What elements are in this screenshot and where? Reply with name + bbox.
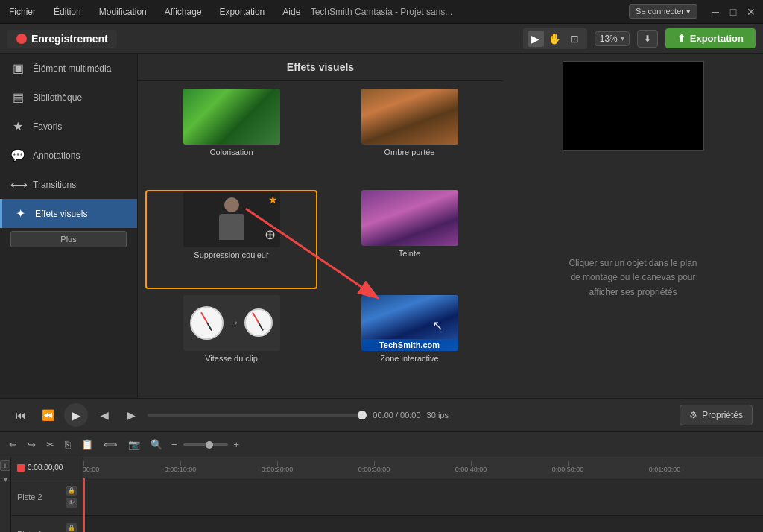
menu-edition[interactable]: Édition <box>51 5 84 19</box>
progress-thumb[interactable] <box>358 411 367 419</box>
effets-icon: ✦ <box>13 206 28 221</box>
bibliotheque-icon: ▤ <box>10 90 25 104</box>
copy-button[interactable]: ⎘ <box>62 437 74 452</box>
select-tool-icon[interactable]: ▶ <box>528 31 544 47</box>
step-back-button[interactable]: ⏪ <box>37 405 58 425</box>
effect-vitesse[interactable]: → Vitesse du clip <box>145 295 317 390</box>
close-button[interactable]: ✕ <box>745 6 757 18</box>
minimize-button[interactable]: ─ <box>709 6 721 18</box>
ruler-tick-3 <box>374 461 375 466</box>
menu-affichage[interactable]: Affichage <box>162 5 205 19</box>
zoom-minus-button[interactable]: − <box>168 437 180 452</box>
ruler-tick-2 <box>277 461 278 466</box>
effect-suppression[interactable]: ★ ⊕ Suppression couleur <box>145 190 317 288</box>
timeline-content: + ▾ 0:00:00;00 Piste 2 🔒 👁 Piste 1 <box>0 457 763 532</box>
effects-grid: Colorisation Ombre portée ★ ⊕ Supp <box>138 81 503 398</box>
zoom-dropdown-icon[interactable]: ▾ <box>621 34 624 42</box>
track-2-lock-icon[interactable]: 🔒 <box>66 486 77 496</box>
clock2-hour-hand <box>258 323 264 331</box>
move-tool-icon[interactable]: ✋ <box>547 31 563 47</box>
menu-fichier[interactable]: Fichier <box>6 5 39 19</box>
undo-button[interactable]: ↩ <box>6 437 20 452</box>
thumb-suppression: ★ ⊕ <box>183 191 280 247</box>
plus-button[interactable]: Plus <box>10 231 127 247</box>
clock-left-icon <box>190 306 224 340</box>
cut-button[interactable]: ✂ <box>43 437 57 452</box>
clock-hour-hand <box>206 323 212 331</box>
sidebar-item-bibliotheque[interactable]: ▤ Bibliothèque <box>0 83 137 112</box>
download-button[interactable]: ⬇ <box>637 30 658 48</box>
paste-button[interactable]: 📋 <box>78 437 96 452</box>
sidebar-item-multimedia[interactable]: ▣ Élément multimédia <box>0 54 137 83</box>
sidebar-item-effets[interactable]: ✦ Effets visuels <box>0 199 137 228</box>
preview-black <box>563 61 704 151</box>
person-head <box>224 197 239 212</box>
thumb-colorisation <box>183 89 280 145</box>
rewind-button[interactable]: ⏮ <box>10 405 31 425</box>
sidebar-item-transitions[interactable]: ⟷ Transitions <box>0 170 137 199</box>
ruler-mark-0: 0:00:00;00 <box>83 466 99 473</box>
zoom-search-icon: 🔍 <box>148 437 165 452</box>
properties-button[interactable]: ⚙ Propriétés <box>680 405 753 425</box>
sidebar-item-annotations[interactable]: 💬 Annotations <box>0 141 137 170</box>
track-row-1 <box>83 516 763 532</box>
favoris-icon: ★ <box>10 119 25 133</box>
arrow-right-icon: → <box>228 316 240 329</box>
sidebar-label-bibliotheque: Bibliothèque <box>33 92 82 103</box>
label-vitesse: Vitesse du clip <box>205 354 258 363</box>
toolbar: Enregistrement ▶ ✋ ⊡ 13% ▾ ⬇ ⬆ Exportati… <box>0 24 763 54</box>
menu-exportation[interactable]: Exportation <box>217 5 268 19</box>
playback-time: 00:00 / 00:00 <box>373 411 420 419</box>
menu-modification[interactable]: Modification <box>96 5 150 19</box>
tool-group-selection: ▶ ✋ ⊡ <box>523 28 587 49</box>
add-track-button[interactable]: + <box>0 460 10 471</box>
track-label-2-text: Piste 2 <box>17 493 42 501</box>
sidebar-item-favoris[interactable]: ★ Favoris <box>0 112 137 141</box>
app-title: TechSmith Camtasia - Projet sans... <box>311 7 453 17</box>
menu-aide[interactable]: Aide <box>279 5 303 19</box>
sidebar-label-effets: Effets visuels <box>35 209 87 219</box>
record-button[interactable]: Enregistrement <box>7 30 117 48</box>
properties-hint: Cliquer sur un objet dans le plan de mon… <box>503 158 763 398</box>
ruler-mark-3: 0:00:30;00 <box>358 466 390 473</box>
clock-minute-hand <box>200 312 208 323</box>
split-button[interactable]: ⟺ <box>101 437 121 452</box>
zoom-slider[interactable] <box>183 443 228 446</box>
connect-button[interactable]: Se connecter ▾ <box>629 4 697 19</box>
effect-colorisation[interactable]: Colorisation <box>145 89 317 184</box>
zoom-plus-button[interactable]: + <box>231 437 243 452</box>
thumb-zone: TechSmith.com ↖ <box>361 295 458 351</box>
annotations-icon: 💬 <box>10 148 25 162</box>
record-circle-icon <box>16 34 27 44</box>
expand-button[interactable]: ▾ <box>0 474 10 484</box>
zoom-slider-thumb[interactable] <box>206 441 213 449</box>
track-2-vis-icon[interactable]: 👁 <box>66 498 77 508</box>
zoom-group: 13% ▾ <box>595 31 630 46</box>
next-frame-button[interactable]: ▶ <box>121 405 142 425</box>
export-button[interactable]: ⬆ Exportation <box>665 28 756 48</box>
track-1-lock-icon[interactable]: 🔒 <box>66 523 77 533</box>
track-area <box>83 478 763 532</box>
maximize-button[interactable]: □ <box>727 6 739 18</box>
prev-frame-button[interactable]: ◀ <box>94 405 115 425</box>
ruler-mark-6: 0:01:00;00 <box>649 466 681 473</box>
effect-teinte[interactable]: Teinte <box>323 190 496 288</box>
snapshot-button[interactable]: 📷 <box>125 437 143 452</box>
menubar: Fichier Édition Modification Affichage E… <box>6 5 303 19</box>
ruler-tick-5 <box>568 461 569 466</box>
play-button[interactable]: ▶ <box>64 403 88 427</box>
ruler-tick-4 <box>471 461 472 466</box>
track-label-1-text: Piste 1 <box>17 530 42 533</box>
ruler-tick-1 <box>180 461 181 466</box>
effect-ombre[interactable]: Ombre portée <box>323 89 496 184</box>
playback-fps: 30 ips <box>427 411 449 419</box>
connect-arrow-icon: ▾ <box>686 7 691 16</box>
progress-bar[interactable] <box>148 414 367 417</box>
ruler-tick-6 <box>665 461 665 466</box>
transitions-icon: ⟷ <box>10 177 25 191</box>
titlebar-controls: Se connecter ▾ ─ □ ✕ <box>629 4 757 19</box>
crop-tool-icon[interactable]: ⊡ <box>566 31 583 47</box>
effect-zone[interactable]: TechSmith.com ↖ Zone interactive <box>323 295 496 390</box>
playhead-time-display: 0:00:00;00 <box>17 463 63 472</box>
redo-button[interactable]: ↪ <box>25 437 39 452</box>
